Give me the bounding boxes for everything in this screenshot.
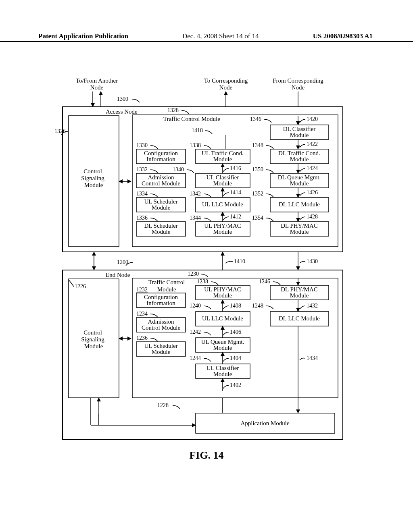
ref-1402: 1402 bbox=[230, 382, 241, 388]
ref-1332: 1332 bbox=[136, 166, 148, 172]
end-traffic-control-label2: Module bbox=[157, 286, 176, 293]
ref-1354: 1354 bbox=[252, 215, 263, 221]
ref-1334: 1334 bbox=[136, 191, 148, 197]
ref-1340: 1340 bbox=[173, 166, 184, 172]
ref-1408: 1408 bbox=[230, 303, 241, 309]
ref-1200: 1200 bbox=[117, 259, 128, 265]
ref-1338: 1338 bbox=[190, 142, 201, 148]
end-node-title: End Node bbox=[106, 272, 130, 278]
ref-1342: 1342 bbox=[190, 191, 201, 197]
ref-1350: 1350 bbox=[252, 166, 263, 172]
ref-1232: 1232 bbox=[136, 287, 148, 293]
header-right: US 2008/0298303 A1 bbox=[313, 32, 413, 40]
label-1352: DL LLC Module bbox=[279, 201, 320, 208]
ref-1422: 1422 bbox=[307, 141, 318, 147]
ref-1244: 1244 bbox=[190, 355, 201, 361]
label-1240: UL LLC Module bbox=[202, 315, 243, 322]
ref-1336: 1336 bbox=[136, 215, 148, 221]
application-module-label: Application Module bbox=[240, 420, 290, 426]
label-1330: ConfigurationInformation bbox=[144, 150, 178, 162]
ref-1238: 1238 bbox=[197, 278, 208, 285]
ref-1246: 1246 bbox=[259, 278, 270, 285]
ref-1432: 1432 bbox=[307, 303, 318, 309]
ref-1328: 1328 bbox=[167, 107, 179, 113]
ref-1406: 1406 bbox=[230, 329, 241, 335]
page-header: Patent Application Publication Dec. 4, 2… bbox=[0, 32, 413, 42]
access-traffic-control-label: Traffic Control Module bbox=[163, 116, 220, 122]
ref-1430: 1430 bbox=[307, 258, 318, 264]
ref-1434: 1434 bbox=[307, 355, 318, 361]
label-config-info: ConfigurationInformation bbox=[144, 294, 178, 306]
ref-1242: 1242 bbox=[190, 329, 201, 335]
ref-1428: 1428 bbox=[307, 214, 318, 220]
ref-1346: 1346 bbox=[250, 116, 261, 122]
access-control-signaling-label: Control Signaling Module bbox=[81, 168, 106, 188]
access-node-title: Access Node bbox=[106, 108, 138, 115]
ref-1412: 1412 bbox=[230, 214, 241, 220]
label-to-from-another: To/From AnotherNode bbox=[76, 77, 118, 91]
ref-1418: 1418 bbox=[192, 127, 203, 133]
ref-1230: 1230 bbox=[188, 271, 199, 277]
header-left: Patent Application Publication bbox=[0, 32, 128, 40]
end-control-signaling-label: Control Signaling Module bbox=[81, 329, 106, 349]
ref-1410: 1410 bbox=[234, 258, 245, 264]
ref-1414: 1414 bbox=[230, 189, 241, 195]
label-from-corresponding: From CorrespondingNode bbox=[273, 77, 323, 91]
ref-1300: 1300 bbox=[117, 96, 128, 102]
ref-1348: 1348 bbox=[252, 142, 263, 148]
ref-1404: 1404 bbox=[230, 355, 241, 361]
ref-1228: 1228 bbox=[157, 402, 169, 408]
end-traffic-control-label1: Traffic Control bbox=[148, 279, 185, 285]
leader-1300 bbox=[132, 99, 140, 102]
ref-1420: 1420 bbox=[307, 116, 318, 122]
ref-1234: 1234 bbox=[136, 311, 148, 317]
ref-1240: 1240 bbox=[190, 303, 201, 309]
ref-1326: 1326 bbox=[54, 128, 66, 134]
ref-1416: 1416 bbox=[230, 165, 241, 171]
leader-1430 bbox=[300, 262, 305, 264]
header-center: Dec. 4, 2008 Sheet 14 of 14 bbox=[182, 32, 259, 40]
label-1342: UL LLC Module bbox=[202, 201, 243, 208]
ref-1344: 1344 bbox=[190, 215, 201, 221]
ref-1424: 1424 bbox=[307, 165, 318, 171]
ref-1426: 1426 bbox=[307, 189, 318, 195]
label-to-corresponding: To CorrespondingNode bbox=[204, 77, 248, 91]
ref-1330: 1330 bbox=[136, 142, 148, 148]
figure-14-diagram: To/From AnotherNode To CorrespondingNode… bbox=[52, 69, 353, 443]
figure-caption: FIG. 14 bbox=[0, 449, 413, 461]
ref-1352: 1352 bbox=[252, 191, 263, 197]
leader-1410 bbox=[225, 262, 233, 264]
label-1248: DL LLC Module bbox=[279, 315, 320, 322]
ref-1226: 1226 bbox=[75, 283, 86, 289]
ref-1248: 1248 bbox=[252, 303, 263, 309]
ref-1236: 1236 bbox=[136, 335, 148, 341]
